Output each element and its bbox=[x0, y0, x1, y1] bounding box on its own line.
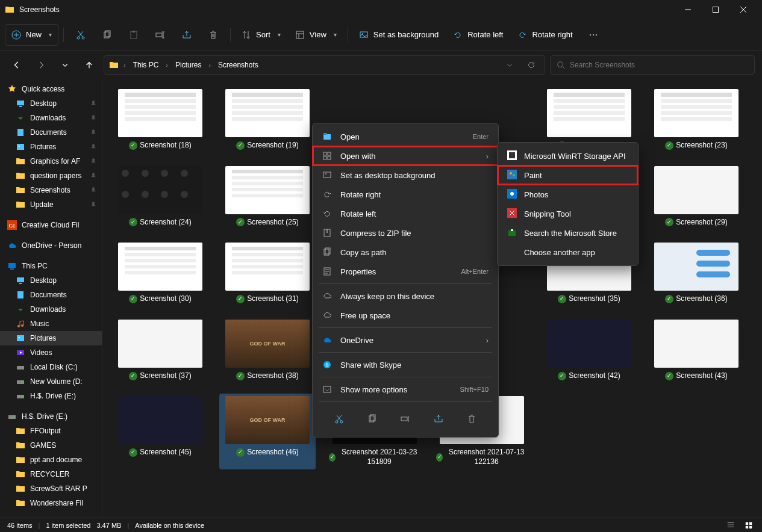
ctx-copy-button[interactable] bbox=[363, 409, 382, 428]
search-box[interactable] bbox=[550, 55, 755, 75]
sidebar-item[interactable]: Quick access bbox=[0, 82, 102, 96]
cut-button[interactable] bbox=[69, 24, 93, 46]
delete-button[interactable] bbox=[201, 24, 225, 46]
sidebar-item[interactable]: Pictures bbox=[0, 140, 102, 154]
copy-button[interactable] bbox=[95, 24, 119, 46]
sidebar-item[interactable]: question papers bbox=[0, 169, 102, 183]
breadcrumb-dropdown-button[interactable] bbox=[501, 57, 518, 73]
sidebar-item[interactable]: RECYCLER bbox=[0, 467, 102, 481]
refresh-button[interactable] bbox=[523, 57, 540, 73]
sidebar-item[interactable]: This PC bbox=[0, 259, 102, 273]
file-item[interactable]: ✓Screenshot (18) bbox=[112, 87, 208, 153]
ctx-free-up[interactable]: Free up space bbox=[313, 306, 498, 325]
view-button[interactable]: View bbox=[289, 24, 343, 46]
sidebar-item[interactable]: New Volume (D: bbox=[0, 374, 102, 389]
minimize-button[interactable] bbox=[674, 0, 702, 19]
file-thumbnail bbox=[225, 89, 310, 137]
sub-snipping[interactable]: Snipping Tool bbox=[498, 204, 638, 223]
up-button[interactable] bbox=[80, 55, 99, 75]
ctx-rotate-right[interactable]: Rotate right bbox=[313, 185, 498, 204]
file-item[interactable]: ✓Screenshot (24) bbox=[112, 164, 208, 230]
ctx-open[interactable]: Open Enter bbox=[313, 127, 498, 146]
sidebar-item[interactable]: Desktop bbox=[0, 96, 102, 111]
ctx-copy-path[interactable]: Copy as path bbox=[313, 243, 498, 262]
sidebar-item[interactable]: Local Disk (C:) bbox=[0, 360, 102, 374]
more-button[interactable] bbox=[581, 24, 605, 46]
set-background-button[interactable]: Set as background bbox=[353, 24, 445, 46]
sidebar-item[interactable]: Videos bbox=[0, 345, 102, 360]
sidebar-item[interactable]: ScrewSoft RAR P bbox=[0, 481, 102, 496]
sidebar-item[interactable]: Downloads bbox=[0, 111, 102, 125]
file-item[interactable]: ✓Screenshot (37) bbox=[112, 317, 208, 383]
forward-button[interactable] bbox=[31, 55, 51, 75]
ctx-cut-button[interactable] bbox=[329, 409, 349, 428]
rename-button[interactable] bbox=[148, 24, 172, 46]
sidebar-item[interactable]: ppt and docume bbox=[0, 453, 102, 467]
sidebar-item[interactable]: Downloads bbox=[0, 302, 102, 317]
file-item[interactable]: ✓Screenshot (30) bbox=[112, 240, 208, 306]
ctx-show-more[interactable]: Show more options Shift+F10 bbox=[313, 380, 498, 399]
sidebar-item[interactable]: Graphics for AF bbox=[0, 154, 102, 169]
ctx-compress[interactable]: Compress to ZIP file bbox=[313, 223, 498, 243]
sub-winrt[interactable]: Microsoft WinRT Storage API bbox=[498, 146, 638, 165]
sub-photos[interactable]: Photos bbox=[498, 185, 638, 204]
sidebar-item[interactable]: Update bbox=[0, 197, 102, 212]
recent-button[interactable] bbox=[55, 55, 75, 75]
sub-store[interactable]: Search the Microsoft Store bbox=[498, 223, 638, 243]
file-thumbnail bbox=[654, 243, 739, 291]
search-input[interactable] bbox=[570, 61, 748, 69]
sidebar-item[interactable]: GAMES bbox=[0, 438, 102, 453]
file-item[interactable]: ✓Screenshot (43) bbox=[648, 317, 745, 383]
file-item[interactable]: ✓Screenshot (42) bbox=[541, 317, 637, 383]
file-item[interactable]: GOD OF WAR✓Screenshot (46) bbox=[219, 394, 316, 469]
rotate-left-button[interactable]: Rotate left bbox=[447, 24, 509, 46]
sidebar-item[interactable]: Wondershare Fil bbox=[0, 496, 102, 510]
breadcrumb-item[interactable]: Pictures bbox=[173, 60, 204, 70]
ctx-set-bg[interactable]: Set as desktop background bbox=[313, 165, 498, 185]
close-button[interactable] bbox=[729, 0, 757, 19]
details-view-button[interactable] bbox=[725, 519, 737, 531]
sidebar-item[interactable]: Documents bbox=[0, 288, 102, 302]
paste-button[interactable] bbox=[122, 24, 146, 46]
file-item[interactable]: ✓Screenshot (45) bbox=[112, 394, 208, 469]
sidebar-item[interactable]: Music bbox=[0, 317, 102, 331]
breadcrumb-item[interactable]: This PC bbox=[131, 60, 161, 70]
breadcrumb[interactable]: › This PC › Pictures › Screenshots bbox=[104, 55, 545, 75]
file-item[interactable]: ✓Screenshot (19) bbox=[219, 87, 316, 153]
sidebar-item[interactable]: OneDrive - Person bbox=[0, 238, 102, 253]
ctx-open-with[interactable]: Open with › bbox=[313, 146, 498, 165]
sidebar-item[interactable]: H.$. Drive (E:) bbox=[0, 409, 102, 424]
sidebar-item[interactable]: Documents bbox=[0, 125, 102, 140]
sidebar-item[interactable]: Screenshots bbox=[0, 183, 102, 197]
thumbnails-view-button[interactable] bbox=[743, 519, 755, 531]
sort-button[interactable]: Sort bbox=[236, 24, 287, 46]
file-item[interactable]: ✓Screenshot (36) bbox=[648, 240, 745, 306]
ctx-always-keep[interactable]: Always keep on this device bbox=[313, 286, 498, 306]
sidebar-item[interactable]: Desktop bbox=[0, 273, 102, 288]
sidebar-item[interactable]: CcCreative Cloud Fil bbox=[0, 218, 102, 232]
sidebar-item[interactable]: H.$. Drive (E:) bbox=[0, 389, 102, 403]
new-button[interactable]: New bbox=[5, 24, 58, 46]
sidebar-item[interactable]: Pictures bbox=[0, 331, 102, 345]
file-item[interactable]: ✓Screenshot (25) bbox=[219, 164, 316, 230]
ctx-rename-button[interactable] bbox=[396, 409, 415, 428]
rotate-right-button[interactable]: Rotate right bbox=[511, 24, 578, 46]
ctx-skype[interactable]: S Share with Skype bbox=[313, 355, 498, 374]
sub-choose[interactable]: Choose another app bbox=[498, 243, 638, 262]
sidebar-item[interactable]: FFOutput bbox=[0, 424, 102, 438]
sub-paint[interactable]: Paint bbox=[498, 165, 638, 185]
svg-point-36 bbox=[22, 382, 23, 383]
breadcrumb-item[interactable]: Screenshots bbox=[216, 60, 261, 70]
back-button[interactable] bbox=[7, 55, 27, 75]
file-item[interactable]: ✓Screenshot (23) bbox=[648, 87, 745, 153]
ctx-rotate-left[interactable]: Rotate left bbox=[313, 204, 498, 223]
ctx-properties[interactable]: Properties Alt+Enter bbox=[313, 262, 498, 281]
file-item[interactable]: ✓Screenshot (29) bbox=[648, 164, 745, 230]
ctx-onedrive[interactable]: OneDrive › bbox=[313, 330, 498, 350]
file-item[interactable]: GOD OF WAR✓Screenshot (38) bbox=[219, 317, 316, 383]
maximize-button[interactable] bbox=[702, 0, 729, 19]
share-button[interactable] bbox=[175, 24, 199, 46]
file-item[interactable]: ✓Screenshot (31) bbox=[219, 240, 316, 306]
ctx-delete-button[interactable] bbox=[462, 409, 481, 428]
ctx-share-button[interactable] bbox=[429, 409, 448, 428]
